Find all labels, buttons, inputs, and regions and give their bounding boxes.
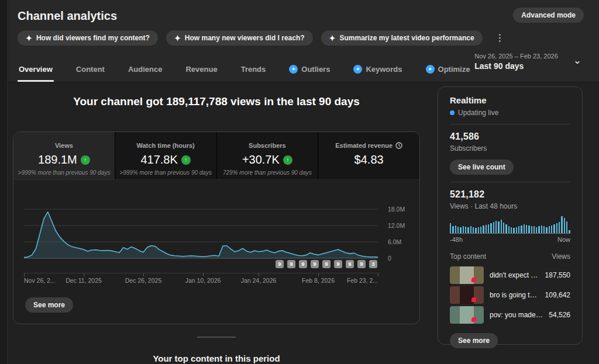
realtime-bar <box>452 226 453 233</box>
realtime-bar <box>556 223 557 233</box>
metric-label-text: Estimated revenue <box>335 142 393 149</box>
video-views: 187,550 <box>545 271 570 279</box>
date-range-text: Nov 26, 2025 – Feb 23, 2026 <box>474 53 558 60</box>
ai-suggestion-chip-3[interactable]: ✦Summarize my latest video performance <box>321 30 483 46</box>
upload-count-badge[interactable]: 9 <box>357 260 366 268</box>
video-thumbnail <box>450 306 484 324</box>
top-content-col-views: Views <box>552 252 570 261</box>
see-live-count-button[interactable]: See live count <box>450 160 514 175</box>
tab-label: Audience <box>128 65 163 74</box>
realtime-bar <box>566 221 567 233</box>
x-tick-label: Nov 26, 2... <box>24 277 56 284</box>
realtime-bar <box>538 226 539 233</box>
video-title: didn't expect THAT 🙌 … <box>490 271 539 279</box>
metric-tab-subscribers[interactable]: Subscribers+30.7K↑729% more than previou… <box>217 132 319 179</box>
tab-audience[interactable]: Audience <box>127 56 164 82</box>
realtime-bar <box>508 226 510 233</box>
realtime-bar <box>524 224 525 233</box>
metric-delta-note: >999% more than previous 90 days <box>13 169 115 176</box>
upload-count-badge[interactable]: 9 <box>276 260 284 268</box>
metric-value: 417.8K↑ <box>115 153 216 167</box>
realtime-bar <box>549 226 550 233</box>
top-content-row-3[interactable]: pov: you made good poi...54,526 <box>450 305 570 325</box>
upload-count-badge[interactable]: 9 <box>334 260 342 268</box>
realtime-bar <box>490 223 491 233</box>
sparkle-icon: ✦ <box>174 34 181 42</box>
realtime-see-more-button[interactable]: See more <box>450 333 498 348</box>
channel-analytics-page: Channel analytics Advanced mode ✦How did… <box>0 0 599 364</box>
realtime-bar <box>551 226 552 233</box>
metric-label: Subscribers <box>249 142 286 149</box>
realtime-bar <box>486 225 487 233</box>
ai-suggestion-chip-1[interactable]: ✦How did viewers find my content? <box>18 30 158 46</box>
metric-value-text: 417.8K <box>140 153 177 167</box>
upload-count-badge[interactable]: 9 <box>346 260 354 268</box>
realtime-bar <box>480 227 481 233</box>
tab-outliers[interactable]: ✦Outliers <box>288 56 331 82</box>
video-views: 109,642 <box>545 291 570 299</box>
video-title: bro is going through it … <box>490 291 539 299</box>
metric-tab-estimated-revenue[interactable]: Estimated revenue$4.83 <box>318 132 419 179</box>
realtime-bar <box>483 226 484 233</box>
realtime-bar <box>521 226 522 233</box>
top-content-row-1[interactable]: didn't expect THAT 🙌 …187,550 <box>450 265 570 285</box>
realtime-bar <box>561 216 562 233</box>
upload-count-badge[interactable]: 3 <box>369 260 377 268</box>
ai-suggestion-chip-2[interactable]: ✦How many new viewers did I reach? <box>166 30 313 46</box>
realtime-bar <box>470 226 471 233</box>
metric-value: $4.83 <box>318 153 419 167</box>
upload-count-badge[interactable]: 9 <box>311 260 319 268</box>
views-area-chart <box>24 202 380 261</box>
tab-optimize[interactable]: ✦Optimize <box>425 56 471 82</box>
metric-tab-views[interactable]: Views189.1M↑>999% more than previous 90 … <box>13 132 115 179</box>
metric-tab-watch-time-hours-[interactable]: Watch time (hours)417.8K↑>999% more than… <box>115 132 217 179</box>
realtime-bar <box>536 227 537 233</box>
sparkle-icon: ✦ <box>329 34 336 42</box>
advanced-mode-button[interactable]: Advanced mode <box>513 8 584 23</box>
date-range-picker[interactable]: Nov 26, 2025 – Feb 23, 2026 Last 90 days… <box>474 53 581 71</box>
upload-count-badge[interactable]: 9 <box>299 260 307 268</box>
x-axis-tick <box>203 273 204 276</box>
realtime-bar <box>528 226 529 233</box>
date-preset-text: Last 90 days <box>474 61 558 71</box>
metric-label: Watch time (hours) <box>137 142 195 149</box>
metric-value-text: +30.7K <box>242 153 280 167</box>
realtime-bar <box>467 227 469 233</box>
tab-revenue[interactable]: Revenue <box>184 56 218 82</box>
sparkle-icon: ✦ <box>26 34 32 42</box>
top-content-row-2[interactable]: bro is going through it …109,642 <box>450 285 570 305</box>
ai-suggestion-chips: ✦How did viewers find my content?✦How ma… <box>18 30 510 46</box>
realtime-bar <box>553 224 555 233</box>
shorts-red-icon <box>471 317 476 322</box>
x-tick-label: Dec 11, 2025 <box>66 277 102 284</box>
next-section-title: Your top content in this period <box>13 353 420 363</box>
x-tick-label: Dec 26, 2025 <box>125 277 161 284</box>
tab-overview[interactable]: Overview <box>18 56 54 82</box>
realtime-bar <box>473 227 474 233</box>
upload-count-badge[interactable]: 9 <box>287 260 295 268</box>
header: Channel analytics Advanced mode ✦How did… <box>8 0 599 82</box>
realtime-bar <box>450 223 451 233</box>
metric-delta-note: >999% more than previous 90 days <box>115 169 216 176</box>
upload-count-badge[interactable]: 9 <box>322 260 331 268</box>
more-options-button[interactable]: ⋮ <box>491 31 510 45</box>
axis-left-label: -48h <box>450 236 463 243</box>
section-divider <box>197 337 236 338</box>
see-more-button[interactable]: See more <box>25 297 73 313</box>
chip-label: How many new viewers did I reach? <box>185 34 305 42</box>
realtime-bar <box>475 228 476 233</box>
video-upload-markers: 999999993 <box>276 260 377 268</box>
top-content-col-title: Top content <box>450 252 486 261</box>
metric-label: Views <box>55 142 73 149</box>
tab-trends[interactable]: Trends <box>240 56 267 82</box>
video-thumbnail <box>450 266 484 284</box>
realtime-bar <box>457 227 459 233</box>
new-feature-badge-icon: ✦ <box>289 65 298 74</box>
overview-chart-card: Views189.1M↑>999% more than previous 90 … <box>13 131 420 324</box>
page-title: Channel analytics <box>18 9 117 23</box>
metric-label-text: Views <box>55 142 73 149</box>
x-tick-label: Feb 8, 2026 <box>302 277 335 284</box>
tab-content[interactable]: Content <box>75 56 106 82</box>
realtime-bar <box>501 220 502 233</box>
tab-keywords[interactable]: ✦Keywords <box>352 56 403 82</box>
